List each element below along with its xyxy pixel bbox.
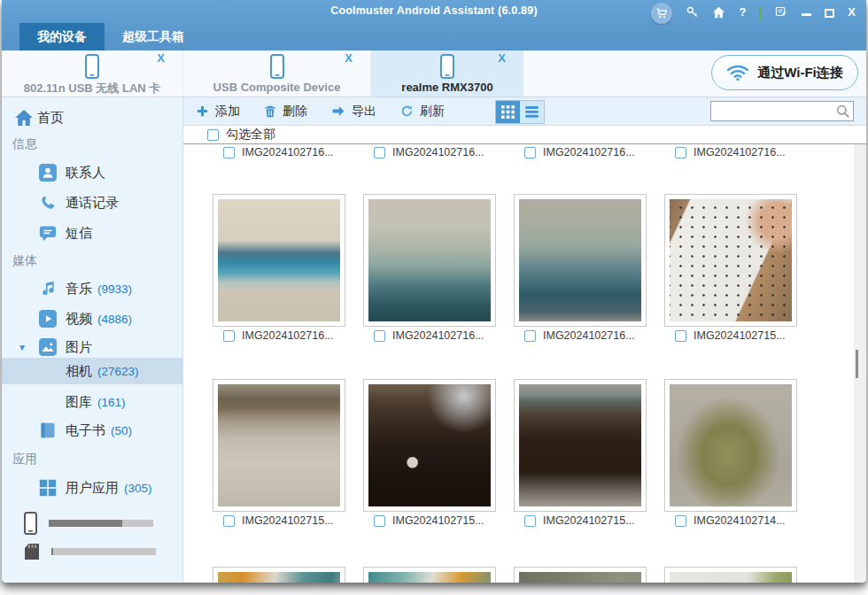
tab-my-device[interactable]: 我的设备 xyxy=(19,23,105,50)
sidebar-section-media-section: 媒体 xyxy=(12,253,37,269)
export-button[interactable]: 导出 xyxy=(331,104,376,120)
photo-checkbox[interactable] xyxy=(675,147,686,158)
photo-checkbox[interactable] xyxy=(675,515,686,527)
photo-image xyxy=(670,199,792,321)
sidebar-item-label: 音乐(9933) xyxy=(66,281,132,298)
connect-wifi-button[interactable]: 通过Wi-Fi连接 xyxy=(711,55,858,90)
item-count: (161) xyxy=(97,396,126,409)
item-count: (9933) xyxy=(97,282,132,296)
sidebar-item-gallery[interactable]: 图库(161) xyxy=(2,390,182,413)
refresh-button[interactable]: 刷新 xyxy=(400,104,445,120)
photo-checkbox[interactable] xyxy=(374,147,385,158)
photo-checkbox[interactable] xyxy=(524,515,536,527)
photo-image xyxy=(368,384,491,506)
call-icon xyxy=(39,194,57,212)
minimize-icon[interactable] xyxy=(802,8,811,16)
music-icon xyxy=(39,280,57,298)
help-icon[interactable]: ? xyxy=(739,6,746,18)
photo-thumbnail[interactable] xyxy=(514,379,647,512)
photo-thumbnail[interactable] xyxy=(514,567,647,583)
photo-checkbox[interactable] xyxy=(223,147,235,158)
add-button[interactable]: 添加 xyxy=(196,104,240,120)
view-toggle xyxy=(495,100,545,124)
tab-super-toolkit[interactable]: 超级工具箱 xyxy=(105,23,202,50)
photo-thumbnail[interactable] xyxy=(213,567,345,583)
storage-bar-fill xyxy=(51,548,53,555)
search-icon[interactable] xyxy=(835,104,850,119)
sidebar-item-contacts[interactable]: 联系人 xyxy=(2,161,182,184)
label-row-r2: IMG2024102715...IMG2024102715...IMG20241… xyxy=(213,514,797,527)
storage-row-sdcard xyxy=(24,540,156,563)
sidebar-item-label: 联系人 xyxy=(66,165,105,182)
close-icon[interactable]: X xyxy=(848,6,856,18)
list-view-button[interactable] xyxy=(520,101,544,123)
photo-checkbox[interactable] xyxy=(374,515,385,527)
device-strip: X802.11n USB 无线 LAN 卡XUSB Composite Devi… xyxy=(2,50,866,97)
photo-checkbox[interactable] xyxy=(374,330,385,342)
device-tab-2[interactable]: XUSB Composite Device xyxy=(183,50,371,97)
scrollbar-thumb[interactable] xyxy=(856,350,858,378)
photo-checkbox[interactable] xyxy=(524,147,536,158)
photo-thumbnail[interactable] xyxy=(514,194,647,327)
trash-icon xyxy=(264,104,276,119)
phone-storage-icon xyxy=(24,512,37,535)
sidebar-item-camera[interactable]: 相机(27623) xyxy=(2,358,182,384)
photo-checkbox[interactable] xyxy=(223,515,235,527)
photo-thumbnail[interactable] xyxy=(363,379,496,512)
photo-label: IMG2024102716... xyxy=(242,329,334,342)
photo-label: IMG2024102715... xyxy=(694,329,786,342)
refresh-icon xyxy=(400,104,414,118)
photo-checkbox[interactable] xyxy=(675,330,686,342)
photo-label-cell: IMG2024102716... xyxy=(664,146,797,158)
connect-wifi-label: 通过Wi-Fi连接 xyxy=(757,65,843,81)
image-icon xyxy=(39,338,57,356)
photo-label-cell: IMG2024102716... xyxy=(363,329,496,342)
photo-label-cell: IMG2024102715... xyxy=(514,514,647,527)
sidebar-item-label: 图库(161) xyxy=(66,394,126,411)
photo-checkbox[interactable] xyxy=(524,330,536,342)
scrollbar-track[interactable] xyxy=(854,144,866,583)
photo-label: IMG2024102716... xyxy=(543,329,635,342)
photo-image xyxy=(670,384,792,506)
photo-checkbox[interactable] xyxy=(223,330,235,342)
close-device-tab-icon[interactable]: X xyxy=(345,51,353,65)
search-input[interactable] xyxy=(711,102,835,120)
close-device-tab-icon[interactable]: X xyxy=(157,51,165,65)
photo-thumbnail[interactable] xyxy=(213,379,345,512)
sidebar-item-sms[interactable]: 短信 xyxy=(2,221,182,244)
device-tab-3[interactable]: Xrealme RMX3700 xyxy=(371,50,523,97)
photo-thumbnail[interactable] xyxy=(213,194,345,327)
grid-view-button[interactable] xyxy=(496,101,520,123)
photo-thumbnail[interactable] xyxy=(363,567,496,583)
photo-thumbnail[interactable] xyxy=(664,194,797,327)
photo-label-cell: IMG2024102716... xyxy=(213,329,345,342)
sidebar-item-music[interactable]: 音乐(9933) xyxy=(2,277,182,300)
photo-image xyxy=(218,384,340,506)
photo-label: IMG2024102716... xyxy=(392,146,484,158)
expand-arrow-icon[interactable]: ▼ xyxy=(18,343,27,352)
smartphone-icon xyxy=(2,54,182,80)
photo-label: IMG2024102716... xyxy=(543,146,635,158)
store-cart-icon[interactable] xyxy=(651,3,672,24)
photo-thumbnail[interactable] xyxy=(664,379,797,512)
select-all-checkbox[interactable] xyxy=(207,129,219,141)
register-key-icon[interactable] xyxy=(686,5,699,19)
sidebar-item-pictures[interactable]: ▼图片 xyxy=(2,336,182,359)
sidebar-item-ebooks[interactable]: 电子书(50) xyxy=(2,419,182,442)
close-device-tab-icon[interactable]: X xyxy=(498,51,506,65)
sidebar-item-user-apps[interactable]: 用户应用(305) xyxy=(2,476,182,499)
photo-label: IMG2024102716... xyxy=(392,329,484,342)
sidebar-item-videos[interactable]: 视频(4886) xyxy=(2,307,182,330)
photo-thumbnail[interactable] xyxy=(363,194,496,327)
home-icon[interactable] xyxy=(712,6,725,19)
maximize-icon[interactable] xyxy=(825,7,834,18)
delete-button[interactable]: 删除 xyxy=(264,104,307,120)
search-box xyxy=(710,101,854,121)
item-count: (27623) xyxy=(97,365,139,378)
photo-label-cell: IMG2024102715... xyxy=(213,514,345,527)
photo-thumbnail[interactable] xyxy=(664,567,797,583)
device-tab-1[interactable]: X802.11n USB 无线 LAN 卡 xyxy=(2,50,183,97)
sidebar-item-call-logs[interactable]: 通话记录 xyxy=(2,191,182,214)
feedback-icon[interactable] xyxy=(774,5,788,19)
sidebar-item-home[interactable]: 首页 xyxy=(2,106,182,129)
